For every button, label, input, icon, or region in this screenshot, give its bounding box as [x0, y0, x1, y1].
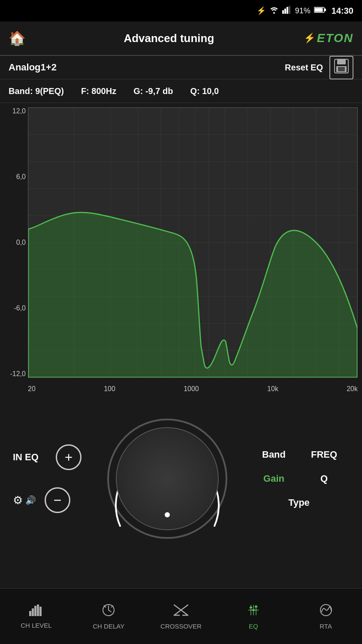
ch-level-icon: [29, 604, 43, 619]
svg-rect-0: [282, 10, 284, 14]
in-eq-label: IN EQ: [13, 452, 47, 463]
rta-icon: [319, 603, 333, 620]
q-label: Q: 10,0: [190, 86, 219, 96]
reset-eq-button[interactable]: Reset EQ: [285, 63, 323, 73]
q-ctrl-label[interactable]: Q: [299, 473, 349, 484]
gain-ctrl-label[interactable]: Gain: [249, 473, 299, 484]
svg-rect-3: [289, 6, 290, 14]
svg-rect-54: [252, 609, 255, 611]
svg-rect-55: [255, 606, 257, 608]
gain-label: G: -9,7 db: [133, 86, 173, 96]
y-label-12: 12,0: [2, 107, 26, 115]
svg-rect-41: [39, 607, 42, 616]
chart-x-axis: 20 100 1000 10k 20k: [28, 385, 358, 393]
rta-label: RTA: [320, 623, 332, 630]
settings-icons: ⚙ 🔊: [13, 494, 36, 507]
y-label-neg6: -6,0: [2, 304, 26, 312]
freq-ctrl-label[interactable]: FREQ: [299, 449, 349, 460]
x-label-100: 100: [104, 385, 115, 393]
add-band-button[interactable]: +: [56, 444, 81, 470]
info-bar: Analog1+2 Reset EQ: [0, 56, 362, 79]
time-display: 14:30: [332, 6, 353, 16]
brand-logo: ⚡ ETON: [304, 31, 353, 45]
signal-icon: [282, 6, 292, 16]
band-label: Band: 9(PEQ): [9, 86, 64, 96]
x-label-10k: 10k: [267, 385, 278, 393]
eq-chart-container: 12,0 6,0 0,0 -6,0 -12,0: [0, 103, 362, 395]
gear-icon: ⚙: [13, 494, 23, 507]
svg-rect-53: [250, 607, 252, 608]
controls-area: IN EQ + ⚙ 🔊 − Band FREQ G: [0, 395, 362, 562]
knob-indicator-dot: [165, 512, 170, 517]
right-controls: Band FREQ Gain Q Type: [249, 449, 349, 508]
x-label-1000: 1000: [184, 385, 199, 393]
eq-knob[interactable]: [103, 414, 232, 543]
svg-rect-39: [34, 606, 36, 616]
ch-delay-icon: [102, 603, 115, 620]
band-ctrl-label[interactable]: Band: [249, 449, 299, 460]
chart-y-axis: 12,0 6,0 0,0 -6,0 -12,0: [2, 107, 26, 378]
nav-ch-level[interactable]: CH LEVEL: [0, 589, 72, 644]
svg-rect-8: [337, 59, 346, 64]
y-label-0: 0,0: [2, 239, 26, 246]
svg-rect-1: [284, 9, 286, 14]
bottom-navigation: CH LEVEL CH DELAY CROSSOVER: [0, 588, 362, 644]
nav-crossover[interactable]: CROSSOVER: [145, 589, 217, 644]
svg-rect-2: [287, 7, 288, 14]
eq-nav-label: EQ: [249, 623, 258, 630]
eq-chart[interactable]: [28, 107, 358, 378]
svg-rect-10: [338, 67, 345, 71]
freq-label: F: 800Hz: [81, 86, 116, 96]
app-header: 🏠 Advanced tuning ⚡ ETON: [0, 21, 362, 56]
svg-rect-37: [29, 611, 31, 616]
y-label-neg12: -12,0: [2, 370, 26, 378]
left-controls: IN EQ + ⚙ 🔊 −: [13, 444, 81, 513]
type-ctrl-label[interactable]: Type: [249, 497, 349, 508]
svg-rect-38: [32, 608, 34, 616]
save-button[interactable]: [329, 56, 353, 79]
ch-delay-label: CH DELAY: [93, 623, 124, 630]
bluetooth-icon: ⚡: [256, 6, 266, 15]
battery-icon: [314, 6, 326, 15]
x-label-20k: 20k: [347, 385, 358, 393]
battery-percent: 91%: [295, 6, 311, 15]
page-title: Advanced tuning: [34, 32, 304, 45]
x-label-20: 20: [28, 385, 36, 393]
type-row: Type: [249, 497, 349, 508]
crossover-label: CROSSOVER: [160, 623, 202, 630]
wifi-icon: [269, 6, 279, 16]
nav-ch-delay[interactable]: CH DELAY: [72, 589, 145, 644]
ch-level-label: CH LEVEL: [21, 622, 52, 629]
home-button[interactable]: 🏠: [9, 30, 26, 46]
band-info-bar: Band: 9(PEQ) F: 800Hz G: -9,7 db Q: 10,0: [0, 79, 362, 103]
plus-icon: +: [65, 450, 73, 464]
svg-rect-40: [37, 605, 39, 616]
y-label-6: 6,0: [2, 173, 26, 181]
crossover-icon: [173, 603, 189, 620]
minus-icon: −: [54, 493, 62, 507]
svg-line-44: [109, 610, 111, 612]
status-bar: ⚡ 91% 14:30: [0, 0, 362, 21]
eq-icon: [247, 603, 260, 620]
settings-row: ⚙ 🔊 −: [13, 487, 81, 513]
svg-rect-6: [314, 8, 323, 12]
remove-band-button[interactable]: −: [45, 487, 70, 513]
gain-q-row: Gain Q: [249, 473, 349, 484]
in-eq-row: IN EQ +: [13, 444, 81, 470]
band-freq-row: Band FREQ: [249, 449, 349, 460]
nav-rta[interactable]: RTA: [290, 589, 362, 644]
speaker-icon: 🔊: [25, 495, 36, 505]
svg-rect-5: [324, 9, 326, 11]
channel-name: Analog1+2: [9, 62, 285, 73]
nav-eq[interactable]: EQ: [217, 589, 290, 644]
